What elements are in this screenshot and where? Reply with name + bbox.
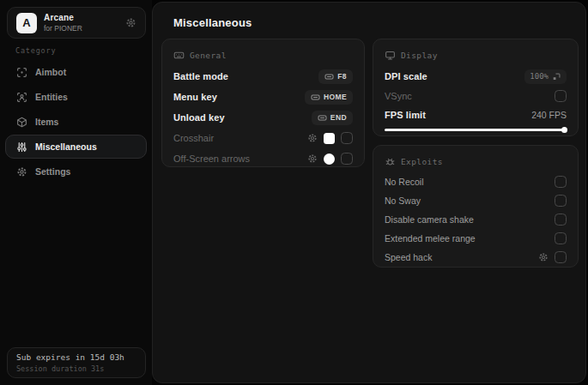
app-name: Arcane bbox=[44, 13, 82, 22]
app-logo: A bbox=[16, 13, 37, 33]
exploits-panel: Exploits No Recoil No Sway Disable camer… bbox=[373, 145, 579, 268]
unload-key-label: Unload key bbox=[173, 112, 225, 123]
disable-camera-shake-row: Disable camera shake bbox=[385, 210, 567, 229]
app-logo-card: A Arcane for PIONER bbox=[7, 7, 146, 39]
scan-target-icon bbox=[16, 67, 27, 78]
sidebar-item-label: Settings bbox=[35, 166, 70, 177]
page-title: Miscellaneous bbox=[173, 16, 252, 29]
fps-limit-label: FPS limit bbox=[385, 110, 426, 120]
offscreen-arrows-row: Off-Screen arrows bbox=[173, 148, 353, 169]
entities-icon bbox=[16, 92, 27, 103]
sidebar-item-label: Miscellaneous bbox=[35, 141, 97, 152]
dpi-scale-row: DPI scale 100% bbox=[385, 66, 567, 87]
keyboard-icon bbox=[318, 113, 327, 123]
app-subtitle: for PIONER bbox=[44, 24, 82, 33]
sidebar-item-items[interactable]: Items bbox=[5, 110, 147, 134]
unload-key-keybind[interactable]: END bbox=[312, 111, 353, 125]
offscreen-arrows-color-swatch[interactable] bbox=[324, 153, 335, 165]
keybind-value: END bbox=[330, 113, 347, 122]
sidebar: A Arcane for PIONER Category bbox=[0, 0, 152, 385]
settings-gear-icon[interactable] bbox=[125, 17, 136, 28]
monitor-icon bbox=[385, 50, 396, 61]
keybind-value: HOME bbox=[324, 93, 347, 101]
no-recoil-row: No Recoil bbox=[385, 172, 567, 191]
fps-limit-row: FPS limit 240 FPS bbox=[385, 105, 567, 124]
offscreen-arrows-settings-gear-icon[interactable] bbox=[307, 153, 318, 164]
keybind-value: F8 bbox=[337, 72, 347, 81]
no-sway-checkbox[interactable] bbox=[555, 195, 567, 207]
sidebar-item-aimbot[interactable]: Aimbot bbox=[5, 60, 147, 84]
category-label: Category bbox=[15, 46, 56, 55]
panel-title: General bbox=[190, 51, 227, 60]
cube-icon bbox=[16, 117, 27, 128]
sidebar-item-entities[interactable]: Entities bbox=[5, 85, 147, 109]
disable-camera-shake-checkbox[interactable] bbox=[555, 214, 567, 226]
battle-mode-keybind[interactable]: F8 bbox=[318, 69, 353, 84]
bug-icon bbox=[385, 156, 396, 167]
sidebar-item-settings[interactable]: Settings bbox=[5, 159, 147, 183]
speed-hack-settings-gear-icon[interactable] bbox=[538, 252, 549, 262]
panel-title: Exploits bbox=[401, 157, 443, 166]
sub-expiry-text: Sub expires in 15d 03h bbox=[16, 352, 136, 362]
speed-hack-label: Speed hack bbox=[385, 252, 432, 262]
offscreen-arrows-checkbox[interactable] bbox=[341, 153, 353, 165]
crosshair-color-swatch[interactable] bbox=[324, 133, 335, 144]
fps-limit-value: 240 FPS bbox=[531, 110, 567, 120]
no-sway-row: No Sway bbox=[385, 191, 567, 210]
crosshair-label: Crosshair bbox=[173, 133, 214, 143]
scale-icon bbox=[552, 72, 561, 81]
general-panel-header: General bbox=[173, 49, 353, 61]
exploits-panel-header: Exploits bbox=[385, 155, 567, 167]
sidebar-nav: Aimbot Entities bbox=[0, 60, 152, 184]
speed-hack-checkbox[interactable] bbox=[555, 251, 567, 263]
extended-melee-range-checkbox[interactable] bbox=[555, 232, 567, 244]
extended-melee-range-label: Extended melee range bbox=[385, 233, 476, 244]
sidebar-item-miscellaneous[interactable]: Miscellaneous bbox=[5, 135, 147, 159]
session-duration-text: Session duration 31s bbox=[16, 364, 136, 373]
menu-key-keybind[interactable]: HOME bbox=[305, 90, 353, 105]
keyboard-icon bbox=[311, 93, 320, 102]
panel-title: Display bbox=[401, 51, 438, 60]
vsync-checkbox[interactable] bbox=[555, 90, 567, 102]
fps-limit-slider[interactable] bbox=[385, 129, 567, 131]
dpi-scale-value: 100% bbox=[530, 72, 549, 81]
subscription-status-card: Sub expires in 15d 03h Session duration … bbox=[7, 347, 146, 378]
disable-camera-shake-label: Disable camera shake bbox=[385, 214, 474, 225]
slider-knob[interactable] bbox=[561, 127, 567, 133]
main-content: Miscellaneous General Battle mode bbox=[152, 2, 586, 383]
display-panel-header: Display bbox=[385, 49, 567, 61]
menu-key-label: Menu key bbox=[173, 92, 217, 102]
keyboard-icon bbox=[324, 72, 334, 81]
vsync-row: VSync bbox=[385, 87, 567, 105]
speed-hack-row: Speed hack bbox=[385, 248, 567, 267]
no-recoil-label: No Recoil bbox=[385, 177, 424, 187]
unload-key-row: Unload key END bbox=[173, 107, 353, 128]
sliders-icon bbox=[16, 141, 27, 153]
keyboard-icon bbox=[173, 50, 185, 61]
dpi-scale-label: DPI scale bbox=[385, 71, 427, 81]
sidebar-item-label: Aimbot bbox=[35, 67, 66, 77]
crosshair-row: Crosshair bbox=[173, 128, 353, 148]
menu-key-row: Menu key HOME bbox=[173, 87, 353, 107]
sidebar-item-label: Entities bbox=[35, 92, 68, 102]
gear-icon bbox=[16, 166, 27, 177]
general-panel: General Battle mode F8 Menu key bbox=[161, 39, 365, 167]
no-recoil-checkbox[interactable] bbox=[555, 176, 567, 188]
crosshair-settings-gear-icon[interactable] bbox=[307, 133, 318, 143]
battle-mode-label: Battle mode bbox=[173, 71, 228, 81]
vsync-label: VSync bbox=[385, 91, 412, 101]
dpi-scale-button[interactable]: 100% bbox=[524, 69, 567, 84]
sidebar-item-label: Items bbox=[35, 117, 58, 127]
display-panel: Display DPI scale 100% VSync bbox=[373, 39, 579, 136]
no-sway-label: No Sway bbox=[385, 196, 421, 206]
offscreen-arrows-label: Off-Screen arrows bbox=[173, 153, 250, 164]
battle-mode-row: Battle mode F8 bbox=[173, 66, 353, 87]
crosshair-checkbox[interactable] bbox=[341, 132, 353, 144]
extended-melee-range-row: Extended melee range bbox=[385, 229, 567, 248]
app-window: A Arcane for PIONER Category bbox=[0, 0, 588, 385]
